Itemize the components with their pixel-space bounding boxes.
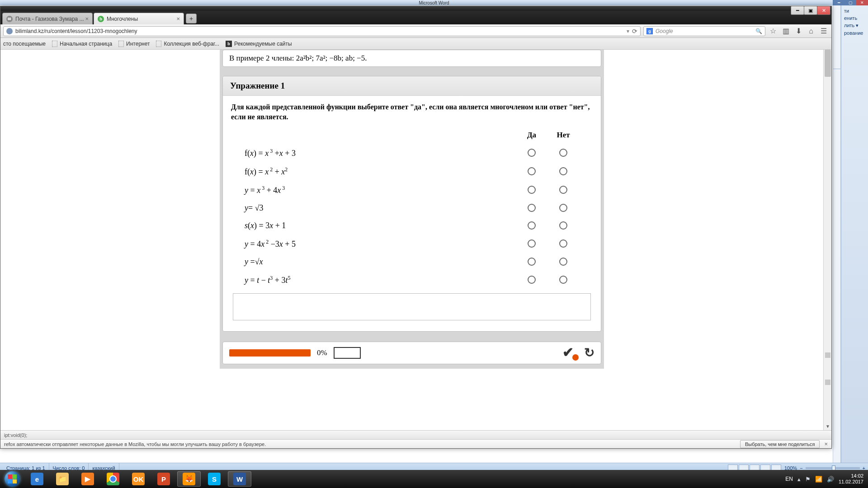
lesson-container: В примере 2 члены: 2a²b²; 7a²; −8b; ab; … xyxy=(220,50,604,369)
exercise-card: Упражнение 1 Для каждой представленной ф… xyxy=(222,76,601,332)
radio-no[interactable] xyxy=(559,239,567,248)
search-bar[interactable]: g Google 🔍 xyxy=(643,26,765,36)
taskbar-wmp[interactable]: ▶ xyxy=(76,471,99,487)
tab-label: Многочлены xyxy=(107,16,138,22)
google-icon: g xyxy=(646,28,653,34)
radio-no[interactable] xyxy=(559,149,567,157)
tray-flag-icon[interactable]: ⚑ xyxy=(805,476,811,483)
word-minimize-button[interactable]: ━ xyxy=(833,0,844,5)
mail-favicon-icon: ✉ xyxy=(6,16,13,22)
bookmark-home[interactable]: Начальная страница xyxy=(52,41,112,47)
page-number-input[interactable] xyxy=(334,347,361,359)
radio-yes[interactable] xyxy=(528,204,536,212)
scroll-thumb[interactable] xyxy=(825,50,831,77)
tray-network-icon[interactable]: 📶 xyxy=(815,476,822,483)
firefox-navigation-toolbar: bilimland.kz/ru/content/lesson/11203-mno… xyxy=(0,24,831,38)
system-tray: EN ▴ ⚑ 📶 🔊 14:02 11.02.2017 xyxy=(781,473,868,485)
firefox-status-bar: ipt:void(0); xyxy=(0,430,831,439)
function-row: f(x) = x 3 +x + 3 xyxy=(245,148,516,158)
globe-icon xyxy=(6,28,13,34)
tray-clock[interactable]: 14:02 11.02.2017 xyxy=(839,473,863,485)
taskbar-powerpoint[interactable]: P xyxy=(152,471,175,487)
reset-button[interactable]: ↻ xyxy=(584,345,594,360)
url-bar[interactable]: bilimland.kz/ru/content/lesson/11203-mno… xyxy=(3,26,641,36)
column-yes: Да xyxy=(516,131,547,140)
function-row: f(x) = x 2 + x2 xyxy=(245,166,516,177)
tray-volume-icon[interactable]: 🔊 xyxy=(827,476,834,483)
word-side-item[interactable]: ти xyxy=(842,7,867,14)
bookmarks-list-icon[interactable]: ▥ xyxy=(781,26,791,36)
tab-close-icon[interactable]: × xyxy=(85,15,89,22)
menu-icon[interactable]: ☰ xyxy=(819,26,829,36)
start-button[interactable] xyxy=(0,470,24,488)
windows-logo-icon xyxy=(5,471,20,487)
bookmark-most-visited[interactable]: сто посещаемые xyxy=(3,41,46,47)
radio-yes[interactable] xyxy=(528,276,536,284)
check-answer-button[interactable] xyxy=(562,346,578,360)
tray-show-hidden-icon[interactable]: ▴ xyxy=(797,476,801,483)
content-scrollbar[interactable]: ▲ ▼ xyxy=(823,50,831,430)
radio-no[interactable] xyxy=(559,186,567,194)
tab-lesson[interactable]: b Многочлены × xyxy=(94,13,184,24)
radio-yes[interactable] xyxy=(528,221,536,230)
taskbar-chrome[interactable] xyxy=(101,471,125,487)
language-indicator[interactable]: EN xyxy=(785,476,793,482)
taskbar-word[interactable]: W xyxy=(228,471,251,487)
tab-close-icon[interactable]: × xyxy=(176,15,180,22)
radio-yes[interactable] xyxy=(528,239,536,248)
radio-no[interactable] xyxy=(559,258,567,266)
function-row: s(x) = 3x + 1 xyxy=(245,221,516,230)
word-maximize-button[interactable]: ▢ xyxy=(844,0,856,5)
radio-no[interactable] xyxy=(559,221,567,230)
word-side-item[interactable]: лить ▾ xyxy=(842,22,867,29)
radio-no[interactable] xyxy=(559,167,567,175)
skype-icon: S xyxy=(208,473,221,485)
bookmark-recommended[interactable]: bРекомендуемые сайты xyxy=(226,41,292,47)
lesson-bottom-bar: 0% ↻ xyxy=(222,342,601,364)
word-side-item[interactable]: рование xyxy=(842,29,867,37)
notification-close-icon[interactable]: × xyxy=(824,441,828,447)
new-tab-button[interactable]: + xyxy=(186,14,197,23)
taskbar-firefox[interactable]: 🦊 xyxy=(177,471,201,487)
radio-yes[interactable] xyxy=(528,149,536,157)
progress-bar xyxy=(229,349,311,357)
home-icon[interactable]: ⌂ xyxy=(806,26,816,36)
taskbar-ie[interactable]: e xyxy=(25,471,49,487)
word-side-item[interactable]: енить xyxy=(842,14,867,22)
bookmark-webfrag[interactable]: Коллекция веб-фраг... xyxy=(156,41,219,47)
bookmark-star-icon[interactable]: ☆ xyxy=(768,26,778,36)
reload-icon[interactable]: ⟳ xyxy=(632,28,637,35)
page-icon xyxy=(118,41,124,47)
radio-yes[interactable] xyxy=(528,186,536,194)
radio-no[interactable] xyxy=(559,276,567,284)
firefox-notification-bar: refox автоматически отправляет некоторые… xyxy=(0,439,831,448)
bookmark-internet[interactable]: Интернет xyxy=(118,41,150,47)
radio-no[interactable] xyxy=(559,204,567,212)
taskbar-skype[interactable]: S xyxy=(203,471,226,487)
ie-icon: e xyxy=(31,473,43,485)
column-no: Нет xyxy=(547,131,579,140)
notification-choose-button[interactable]: Выбрать, чем мне поделиться xyxy=(740,440,820,448)
bing-icon: b xyxy=(226,41,232,47)
firefox-close-button[interactable]: ✕ xyxy=(817,6,830,15)
taskbar-ok[interactable]: OK xyxy=(127,471,150,487)
function-row: y = x 3 + 4x 3 xyxy=(245,185,516,195)
search-icon[interactable]: 🔍 xyxy=(755,28,762,34)
dropdown-icon[interactable]: ▾ xyxy=(627,28,629,34)
scroll-marker xyxy=(825,352,830,358)
taskbar-explorer[interactable]: 📁 xyxy=(51,471,74,487)
scroll-down-icon[interactable]: ▼ xyxy=(824,422,831,430)
downloads-icon[interactable]: ⬇ xyxy=(793,26,803,36)
bilimland-favicon-icon: b xyxy=(98,16,104,22)
word-close-button[interactable]: ✕ xyxy=(856,0,868,5)
status-text: ipt:void(0); xyxy=(4,432,27,438)
word-zoom-slider[interactable] xyxy=(806,467,860,469)
firefox-minimize-button[interactable]: ━ xyxy=(791,6,804,15)
firefox-maximize-button[interactable]: ▣ xyxy=(804,6,817,15)
search-placeholder: Google xyxy=(656,28,673,34)
radio-yes[interactable] xyxy=(528,167,536,175)
function-row: y= √3 xyxy=(245,203,516,213)
page-icon xyxy=(52,41,57,47)
tab-mail[interactable]: ✉ Почта - Газизова Зумара ... × xyxy=(2,13,93,24)
radio-yes[interactable] xyxy=(528,258,536,266)
